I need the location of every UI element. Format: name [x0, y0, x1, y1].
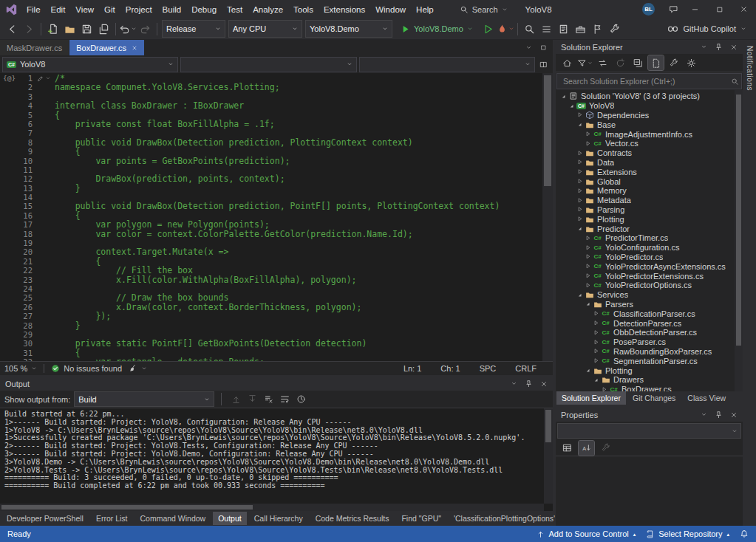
line-ending-indicator[interactable]: CRLF — [515, 364, 537, 373]
menu-analyze[interactable]: Analyze — [248, 1, 288, 18]
expander-closed-icon[interactable] — [583, 131, 592, 137]
tree-item-vector-cs[interactable]: C#Vector.cs — [556, 139, 743, 148]
options-button[interactable] — [684, 55, 699, 70]
close-button[interactable] — [732, 0, 756, 18]
properties-object-combo[interactable] — [557, 423, 741, 439]
expander-closed-icon[interactable] — [591, 339, 600, 346]
expander-closed-icon[interactable] — [583, 263, 592, 270]
panel-tab-developer-powershell[interactable]: Developer PowerShell — [1, 512, 89, 525]
user-avatar[interactable]: BL — [642, 3, 655, 16]
tree-item-services[interactable]: Services — [556, 290, 743, 300]
notifications-tab[interactable]: Notifications — [746, 46, 754, 526]
expander-open-icon[interactable] — [591, 377, 600, 383]
expander-closed-icon[interactable] — [575, 168, 584, 175]
pin-icon[interactable] — [525, 380, 533, 388]
document-list-button[interactable] — [522, 41, 535, 55]
close-icon[interactable] — [730, 43, 738, 51]
properties-button[interactable] — [666, 55, 681, 70]
tree-item-segmentationparser-cs[interactable]: C#SegmentationParser.cs — [556, 356, 743, 366]
expander-closed-icon[interactable] — [575, 216, 584, 222]
expander-closed-icon[interactable] — [583, 244, 592, 251]
menu-tools[interactable]: Tools — [288, 1, 319, 18]
output-source-combo[interactable]: Build — [74, 391, 214, 407]
window-position-icon[interactable] — [701, 43, 707, 51]
output-horizontal-scrollbar[interactable] — [0, 504, 544, 511]
panel-tab-error-list[interactable]: Error List — [91, 512, 133, 525]
next-message-button[interactable] — [245, 392, 259, 407]
document-tab-maskdrawer-cs[interactable]: MaskDrawer.cs — [0, 40, 69, 55]
close-icon[interactable] — [540, 380, 548, 388]
startup-project-combo[interactable]: YoloV8.Demo — [305, 20, 392, 38]
expander-closed-icon[interactable] — [591, 310, 600, 317]
navigation-member-combo[interactable] — [359, 57, 535, 72]
menu-project[interactable]: Project — [120, 1, 157, 18]
tree-item-parsers[interactable]: Parsers — [556, 300, 743, 309]
menu-window[interactable]: Window — [370, 1, 411, 18]
menu-debug[interactable]: Debug — [186, 1, 222, 18]
code-cleanup-button[interactable] — [129, 364, 147, 373]
tree-item-obbdetectionparser-cs[interactable]: C#ObbDetectionParser.cs — [556, 328, 743, 337]
window-position-icon[interactable] — [701, 411, 707, 419]
output-log[interactable]: Build started at 6:22 pm...1>------ Buil… — [0, 408, 553, 511]
panel-tab-output[interactable]: Output — [213, 512, 247, 525]
property-pages-button[interactable] — [598, 441, 613, 456]
minimize-button[interactable] — [683, 0, 707, 18]
solution-explorer-header[interactable]: Solution Explorer — [556, 40, 743, 54]
expander-open-icon[interactable] — [575, 121, 584, 128]
open-file-button[interactable] — [61, 21, 78, 38]
expander-closed-icon[interactable] — [591, 357, 600, 364]
tree-item-contracts[interactable]: Contracts — [556, 148, 743, 158]
tree-item-extensions[interactable]: Extensions — [556, 167, 743, 176]
new-file-button[interactable] — [44, 21, 61, 38]
filter-button[interactable] — [577, 55, 593, 70]
menu-view[interactable]: View — [70, 1, 99, 18]
expander-closed-icon[interactable] — [599, 386, 608, 391]
refresh-button[interactable] — [613, 55, 628, 70]
solution-search-box[interactable] — [556, 73, 742, 89]
solution-platform-combo[interactable]: Any CPU — [228, 20, 302, 38]
code-editor[interactable]: 1/*{@}2namespace Compunet.YoloV8.Service… — [0, 73, 553, 361]
tree-item-yolov8[interactable]: C#YoloV8 — [556, 101, 743, 111]
output-vertical-scrollbar[interactable] — [544, 408, 553, 504]
select-repository-button[interactable]: Select Repository ▴ — [646, 529, 729, 538]
solution-explorer-window-button[interactable] — [555, 21, 572, 38]
undo-button[interactable] — [119, 21, 137, 38]
tree-item-plotting[interactable]: Plotting — [556, 214, 743, 224]
expander-closed-icon[interactable] — [575, 159, 584, 165]
alphabetical-button[interactable]: A — [579, 441, 594, 456]
start-debugging-button[interactable]: YoloV8.Demo — [395, 21, 478, 38]
toggle-bookmark-button[interactable] — [589, 21, 606, 38]
menu-file[interactable]: File — [21, 1, 46, 18]
maximize-button[interactable] — [707, 0, 732, 18]
scrollbar-thumb[interactable] — [544, 75, 551, 186]
column-indicator[interactable]: Ch: 1 — [440, 364, 460, 373]
tree-item-imageadjustmentinfo-cs[interactable]: C#ImageAdjustmentInfo.cs — [556, 129, 743, 139]
clear-all-button[interactable] — [261, 392, 276, 407]
expander-closed-icon[interactable] — [575, 112, 584, 118]
expander-closed-icon[interactable] — [575, 150, 584, 157]
expander-closed-icon[interactable] — [591, 329, 600, 336]
split-editor-button[interactable] — [537, 58, 551, 71]
expander-closed-icon[interactable] — [591, 348, 600, 354]
document-tab-boxdrawer-cs[interactable]: BoxDrawer.cs — [69, 40, 144, 55]
notifications-bell-icon[interactable] — [740, 529, 749, 538]
tree-item-solution-yolov8-3-of-3-projects[interactable]: Solution 'YoloV8' (3 of 3 projects) — [556, 92, 743, 101]
expander-open-icon[interactable] — [575, 292, 584, 298]
explorer-tab-class-view[interactable]: Class View — [682, 391, 731, 405]
find-in-files-button[interactable] — [521, 21, 538, 38]
tree-item-yoloconfiguration-cs[interactable]: C#YoloConfiguration.cs — [556, 243, 743, 253]
quick-search[interactable]: Search — [460, 5, 508, 14]
properties-window-button[interactable] — [606, 21, 623, 38]
expander-closed-icon[interactable] — [575, 206, 584, 213]
tree-item-metadata[interactable]: Metadata — [556, 196, 743, 205]
expander-closed-icon[interactable] — [575, 178, 584, 185]
tree-item-predictor[interactable]: Predictor — [556, 224, 743, 233]
expander-closed-icon[interactable] — [575, 188, 584, 194]
expander-closed-icon[interactable] — [575, 197, 584, 204]
categorized-button[interactable] — [559, 441, 575, 456]
close-tab-icon[interactable] — [132, 45, 137, 51]
navigation-project-combo[interactable]: C# YoloV8 — [2, 57, 178, 72]
code-health-indicator[interactable]: No issues found — [51, 364, 122, 373]
tree-item-parsing[interactable]: Parsing — [556, 205, 743, 215]
quick-actions-icon[interactable]: {@} — [3, 74, 16, 83]
